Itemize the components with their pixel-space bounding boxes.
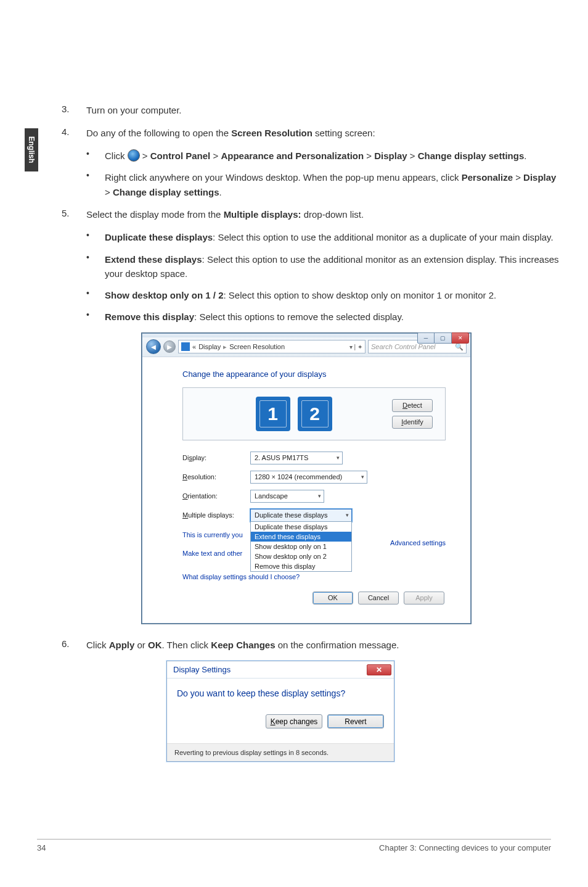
ok-button[interactable]: OK bbox=[312, 592, 353, 604]
dd-extend[interactable]: Extend these displays bbox=[251, 532, 351, 542]
cancel-button[interactable]: Cancel bbox=[358, 592, 399, 604]
bc-sep: « bbox=[192, 343, 196, 350]
step4-num: 4. bbox=[62, 126, 86, 141]
dialog-question: Do you want to keep these display settin… bbox=[177, 688, 384, 698]
page-heading: Change the appearance of your displays bbox=[182, 369, 446, 379]
t: : Select this option to show desktop onl… bbox=[224, 290, 497, 300]
t: . bbox=[524, 151, 526, 161]
note-textsize[interactable]: Make text and other bbox=[182, 550, 242, 557]
dd-duplicate[interactable]: Duplicate these displays bbox=[251, 522, 351, 532]
step6-num: 6. bbox=[62, 638, 86, 653]
t: drop-down list. bbox=[301, 209, 364, 220]
t: Click bbox=[86, 640, 109, 650]
t: > bbox=[364, 151, 374, 161]
search-icon: 🔍 bbox=[455, 343, 463, 351]
t: Change display settings bbox=[418, 151, 525, 161]
t: . bbox=[219, 187, 221, 197]
titlebar: ─ ▢ ✕ bbox=[142, 334, 470, 337]
t: D bbox=[402, 402, 407, 409]
step5-opt2: Extend these displays: Select this optio… bbox=[105, 252, 561, 281]
bc-dropdown[interactable]: ▾ | ✦ bbox=[349, 344, 362, 350]
keep-changes-button[interactable]: Keep changes bbox=[266, 714, 322, 728]
t: OK bbox=[148, 640, 162, 650]
apply-button[interactable]: Apply bbox=[404, 592, 444, 604]
monitor-1[interactable]: 1 bbox=[256, 397, 290, 431]
detect-button[interactable]: Detect bbox=[392, 399, 433, 412]
label-orientation: Orientation: bbox=[182, 492, 250, 500]
t: > bbox=[105, 187, 113, 197]
page-footer: 34 Chapter 3: Connecting devices to your… bbox=[37, 839, 551, 852]
dd-only1[interactable]: Show desktop only on 1 bbox=[251, 542, 351, 551]
label-multiple: Multiple displays: bbox=[182, 511, 250, 519]
t: Right click anywhere on your Windows des… bbox=[105, 172, 462, 183]
identify-button[interactable]: Identify bbox=[392, 416, 433, 429]
label-display: Display: bbox=[182, 454, 250, 461]
bullet: • bbox=[86, 230, 105, 244]
bc-sr[interactable]: Screen Resolution bbox=[229, 343, 285, 350]
t: Apply bbox=[109, 640, 135, 650]
display-settings-dialog: Display Settings ✕ Do you want to keep t… bbox=[166, 661, 394, 762]
orientation-select[interactable]: Landscape bbox=[250, 490, 324, 503]
t: Duplicate these displays bbox=[105, 232, 213, 242]
t: Extend these displays bbox=[105, 254, 202, 265]
t: Select the display mode from the bbox=[86, 209, 224, 220]
t: : Select this options to remove the sele… bbox=[194, 311, 404, 322]
t: Multiple displays: bbox=[224, 209, 301, 220]
display-select[interactable]: 2. ASUS PM17TS bbox=[250, 452, 343, 464]
t: or bbox=[134, 640, 148, 650]
t: Screen Resolution bbox=[231, 128, 312, 138]
t: on the confirmation message. bbox=[276, 640, 399, 650]
monitor-2[interactable]: 2 bbox=[298, 397, 332, 431]
dialog-footer: Reverting to previous display settings i… bbox=[167, 743, 394, 761]
maximize-button[interactable]: ▢ bbox=[435, 332, 452, 344]
t: Keep Changes bbox=[211, 640, 275, 650]
close-button[interactable]: ✕ bbox=[367, 664, 391, 675]
t: Display bbox=[523, 172, 556, 183]
bullet: • bbox=[86, 252, 105, 281]
resolution-select[interactable]: 1280 × 1024 (recommended) bbox=[250, 471, 367, 484]
bullet: • bbox=[86, 288, 105, 302]
t: Personalize bbox=[462, 172, 513, 183]
step3-num: 3. bbox=[62, 104, 86, 118]
search-placeholder: Search Control Panel bbox=[371, 343, 436, 350]
multiple-displays-select[interactable]: Duplicate these displays bbox=[250, 509, 352, 522]
forward-button[interactable]: ► bbox=[163, 340, 176, 353]
dd-only2[interactable]: Show desktop only on 2 bbox=[251, 551, 351, 561]
note-currently: This is currently you bbox=[182, 531, 243, 538]
t: Appearance and Personalization bbox=[221, 151, 364, 161]
multiple-displays-dropdown[interactable]: Duplicate these displays Extend these di… bbox=[250, 521, 352, 572]
step5-opt4: Remove this display: Select this options… bbox=[105, 310, 561, 324]
breadcrumb[interactable]: « Display ▸ Screen Resolution ▾ | ✦ bbox=[178, 340, 365, 353]
back-button[interactable]: ◄ bbox=[146, 339, 161, 354]
language-tab: English bbox=[25, 128, 38, 171]
bc-sep: ▸ bbox=[223, 343, 227, 351]
step5-text: Select the display mode from the Multipl… bbox=[86, 208, 561, 222]
bullet: • bbox=[86, 310, 105, 324]
step6-text: Click Apply or OK. Then click Keep Chang… bbox=[86, 638, 561, 653]
bullet: • bbox=[86, 170, 105, 199]
step3-text: Turn on your computer. bbox=[86, 104, 561, 118]
bullet: • bbox=[86, 149, 105, 163]
step5-num: 5. bbox=[62, 208, 86, 222]
step4-bullet2: Right click anywhere on your Windows des… bbox=[105, 170, 561, 199]
chapter-title: Chapter 3: Connecting devices to your co… bbox=[379, 843, 551, 852]
t: > bbox=[210, 151, 221, 161]
step4-bullet1: Click > Control Panel > Appearance and P… bbox=[105, 149, 561, 163]
t: : Select this option to use the addition… bbox=[213, 232, 553, 242]
bc-display[interactable]: Display bbox=[198, 343, 221, 350]
t: > bbox=[407, 151, 418, 161]
revert-button[interactable]: Revert bbox=[327, 714, 384, 728]
minimize-button[interactable]: ─ bbox=[417, 332, 435, 344]
link-what-settings[interactable]: What display settings should I choose? bbox=[182, 573, 352, 580]
advanced-settings-link[interactable]: Advanced settings bbox=[390, 539, 446, 547]
monitor-preview: 1 2 Detect Identify bbox=[182, 387, 446, 440]
t: setting screen: bbox=[312, 128, 375, 138]
t: Change display settings bbox=[113, 187, 219, 197]
t: > bbox=[140, 151, 150, 161]
step5-opt3: Show desktop only on 1 / 2: Select this … bbox=[105, 288, 561, 302]
dialog-title: Display Settings ✕ bbox=[167, 661, 394, 679]
t: eep changes bbox=[276, 717, 318, 726]
close-button[interactable]: ✕ bbox=[452, 332, 469, 344]
dialog-title-text: Display Settings bbox=[173, 665, 231, 674]
dd-remove[interactable]: Remove this display bbox=[251, 561, 351, 571]
